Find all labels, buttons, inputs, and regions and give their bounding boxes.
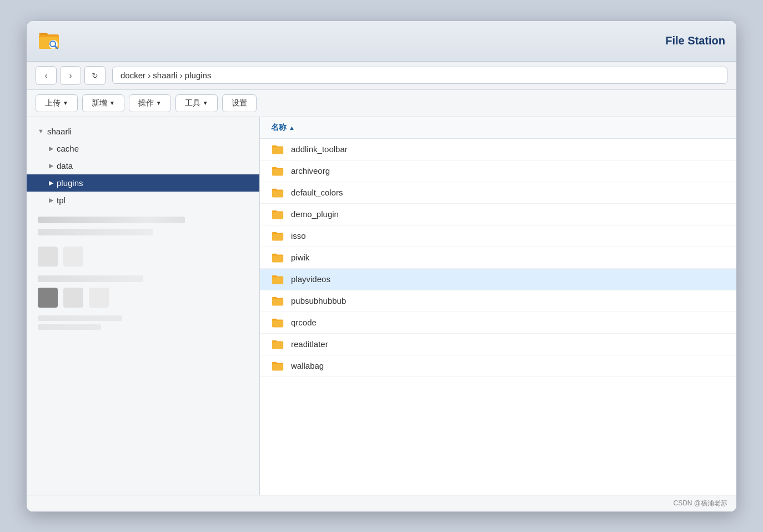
file-row[interactable]: isso xyxy=(260,225,736,247)
breadcrumb: docker › shaarli › plugins xyxy=(112,67,727,84)
folder-name: pubsubhubbub xyxy=(291,296,346,305)
folder-name: qrcode xyxy=(291,318,317,327)
chevron-down-icon: ▼ xyxy=(38,128,44,134)
placeholder-icon-1 xyxy=(38,247,58,267)
placeholder-dark-icon xyxy=(38,288,58,308)
folder-icon xyxy=(271,209,284,220)
folder-name: isso xyxy=(291,231,306,240)
tools-arrow-icon: ▼ xyxy=(203,100,208,106)
file-list-header: 名称 ▲ xyxy=(260,117,736,139)
main-content: ▼ shaarli ▶ cache ▶ data ▶ plugins ▶ tpl xyxy=(27,117,736,495)
sidebar-item-plugins[interactable]: ▶ plugins xyxy=(27,174,259,192)
operate-label: 操作 xyxy=(138,98,154,108)
sidebar-item-cache[interactable]: ▶ cache xyxy=(27,140,259,157)
watermark: CSDN @杨浦老苏 xyxy=(27,495,736,511)
file-station-window: File Station ‹ › ↻ docker › shaarli › pl… xyxy=(26,21,737,512)
file-row[interactable]: playvideos xyxy=(260,269,736,290)
app-title: File Station xyxy=(665,34,725,47)
folder-icon xyxy=(271,339,284,350)
folder-icon xyxy=(271,317,284,328)
folder-icon xyxy=(271,165,284,177)
chevron-right-icon: ▶ xyxy=(49,179,53,187)
file-row[interactable]: default_colors xyxy=(260,182,736,204)
new-button[interactable]: 新增 ▼ xyxy=(82,94,124,112)
titlebar: File Station xyxy=(27,21,736,62)
file-row[interactable]: demo_plugin xyxy=(260,204,736,225)
toolbar: ‹ › ↻ docker › shaarli › plugins xyxy=(27,62,736,90)
column-name-label: 名称 xyxy=(271,123,287,133)
folder-name: demo_plugin xyxy=(291,209,339,219)
folder-icon xyxy=(271,274,284,285)
sidebar-item-label: shaarli xyxy=(47,127,72,136)
file-row[interactable]: readitlater xyxy=(260,334,736,355)
forward-button[interactable]: › xyxy=(60,66,81,85)
sidebar-item-label: plugins xyxy=(57,178,83,188)
file-row[interactable]: addlink_toolbar xyxy=(260,139,736,160)
folder-icon xyxy=(271,252,284,263)
tools-label: 工具 xyxy=(185,98,200,108)
file-row[interactable]: pubsubhubbub xyxy=(260,290,736,312)
upload-button[interactable]: 上传 ▼ xyxy=(36,94,78,112)
folder-icon xyxy=(271,230,284,242)
folder-name: archiveorg xyxy=(291,166,330,175)
folder-name: piwik xyxy=(291,253,309,262)
folder-icon xyxy=(271,360,284,372)
placeholder-icon-4 xyxy=(89,288,109,308)
folder-name: playvideos xyxy=(291,274,330,284)
folder-icon xyxy=(271,187,284,198)
new-arrow-icon: ▼ xyxy=(109,100,115,106)
back-button[interactable]: ‹ xyxy=(36,66,57,85)
sidebar-item-label: tpl xyxy=(57,195,66,205)
sidebar-item-tpl[interactable]: ▶ tpl xyxy=(27,192,259,209)
refresh-button[interactable]: ↻ xyxy=(84,66,106,85)
settings-label: 设置 xyxy=(232,98,247,108)
file-row[interactable]: qrcode xyxy=(260,312,736,334)
folder-icon xyxy=(271,295,284,307)
sidebar-item-label: data xyxy=(57,161,73,170)
sidebar: ▼ shaarli ▶ cache ▶ data ▶ plugins ▶ tpl xyxy=(27,117,260,495)
file-row[interactable]: piwik xyxy=(260,247,736,269)
operate-button[interactable]: 操作 ▼ xyxy=(129,94,171,112)
chevron-right-icon: ▶ xyxy=(49,145,53,152)
operate-arrow-icon: ▼ xyxy=(156,100,162,106)
sidebar-item-label: cache xyxy=(57,144,79,153)
action-bar: 上传 ▼ 新增 ▼ 操作 ▼ 工具 ▼ 设置 xyxy=(27,90,736,117)
file-list: 名称 ▲ addlink_toolbar archiveorg xyxy=(260,117,736,495)
folder-name: wallabag xyxy=(291,361,324,370)
folder-icon xyxy=(271,144,284,155)
file-row[interactable]: archiveorg xyxy=(260,160,736,182)
app-logo xyxy=(38,28,62,54)
folder-name: addlink_toolbar xyxy=(291,144,348,154)
placeholder-icon-2 xyxy=(63,247,83,267)
sidebar-item-shaarli[interactable]: ▼ shaarli xyxy=(27,123,259,140)
new-label: 新增 xyxy=(92,98,107,108)
settings-button[interactable]: 设置 xyxy=(222,94,257,112)
chevron-right-icon: ▶ xyxy=(49,162,53,169)
folder-name: readitlater xyxy=(291,339,328,349)
file-row[interactable]: wallabag xyxy=(260,355,736,377)
tools-button[interactable]: 工具 ▼ xyxy=(175,94,218,112)
sort-icon[interactable]: ▲ xyxy=(289,124,295,131)
sidebar-item-data[interactable]: ▶ data xyxy=(27,157,259,174)
chevron-right-icon: ▶ xyxy=(49,197,53,204)
placeholder-icon-3 xyxy=(63,288,83,308)
upload-arrow-icon: ▼ xyxy=(63,100,68,106)
folder-name: default_colors xyxy=(291,188,343,197)
upload-label: 上传 xyxy=(45,98,61,108)
